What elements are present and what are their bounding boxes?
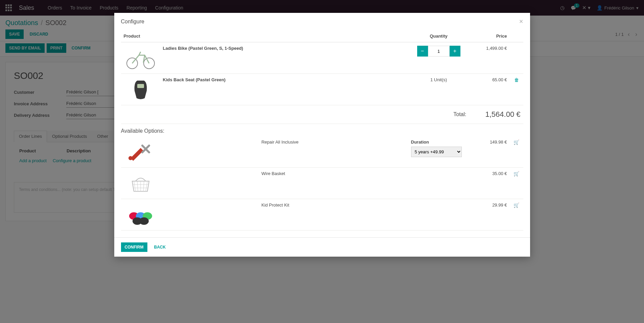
svg-point-3 (128, 156, 133, 160)
close-icon[interactable]: × (519, 18, 523, 25)
quantity-stepper: − + (417, 46, 460, 57)
qty-input[interactable] (428, 46, 450, 57)
total-label: Total: (121, 105, 469, 124)
line-row: Kids Back Seat (Pastel Green) 1 Unit(s) … (121, 74, 523, 105)
hdr-product: Product (121, 30, 408, 42)
line-row: Ladies Bike (Pastel Green, S, 1-Speed) −… (121, 42, 523, 74)
duration-select[interactable]: 5 years +49.99 (411, 147, 462, 157)
option-row: Wire Basket 35.00 € 🛒 (121, 168, 523, 199)
option-price: 29.99 € (469, 199, 510, 231)
qty-minus-button[interactable]: − (417, 46, 428, 57)
helmet-thumbnail (124, 202, 158, 227)
svg-point-8 (139, 217, 149, 225)
option-name: Wire Basket (261, 171, 405, 176)
seat-thumbnail (124, 77, 158, 102)
cart-icon[interactable]: 🛒 (514, 139, 519, 145)
svg-rect-2 (137, 84, 144, 88)
hdr-quantity: Quantity (408, 30, 469, 42)
line-price: 1,499.00 € (469, 42, 510, 74)
line-name: Ladies Bike (Pastel Green, S, 1-Speed) (163, 46, 406, 51)
total-value: 1,564.00 € (469, 105, 523, 124)
option-row: Kid Protect Kit 29.99 € 🛒 (121, 199, 523, 231)
cart-icon[interactable]: 🛒 (514, 171, 519, 176)
modal-confirm-button[interactable]: CONFIRM (121, 242, 147, 252)
modal-back-button[interactable]: BACK (151, 243, 169, 252)
cart-icon[interactable]: 🛒 (514, 202, 519, 208)
line-price: 65.00 € (469, 74, 510, 105)
hdr-price: Price (469, 30, 510, 42)
option-name: Kid Protect Kit (261, 202, 405, 208)
option-name: Repair All Inclusive (261, 139, 405, 145)
basket-thumbnail (124, 171, 158, 195)
bike-thumbnail (124, 46, 158, 70)
modal-title: Configure (121, 19, 144, 25)
options-title: Available Options: (121, 124, 523, 136)
qty-text: 1 Unit(s) (430, 77, 447, 82)
duration-label: Duration (411, 139, 467, 145)
option-price: 149.98 € (469, 136, 510, 168)
option-price: 35.00 € (469, 168, 510, 199)
configure-modal: Configure × Product Quantity Price Ladie… (114, 13, 530, 257)
total-row: Total: 1,564.00 € (121, 105, 523, 124)
trash-icon[interactable]: 🗑 (514, 77, 519, 83)
option-row: Repair All Inclusive Duration 5 years +4… (121, 136, 523, 168)
repair-thumbnail (124, 139, 158, 164)
qty-plus-button[interactable]: + (450, 46, 460, 57)
line-name: Kids Back Seat (Pastel Green) (163, 77, 406, 82)
